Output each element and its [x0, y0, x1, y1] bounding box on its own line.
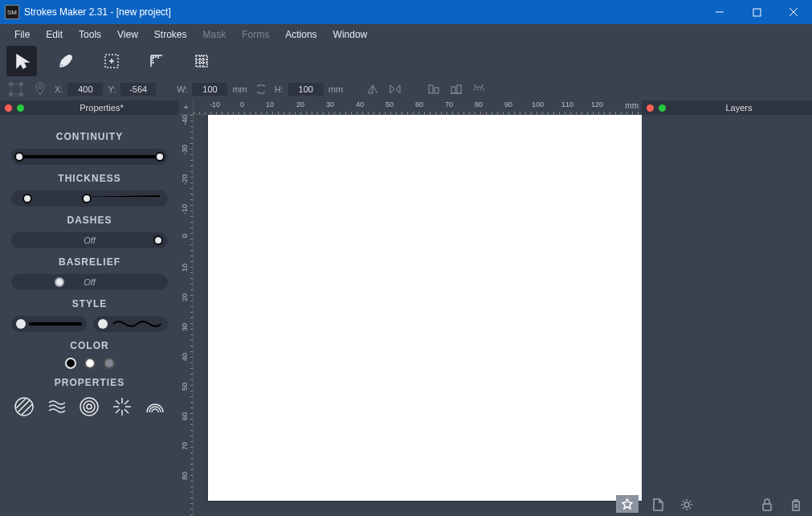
- maximize-button[interactable]: [738, 0, 775, 24]
- h-unit: mm: [328, 84, 343, 94]
- cat-icon[interactable]: [470, 80, 488, 98]
- pattern-hatch-icon[interactable]: [12, 395, 36, 419]
- svg-line-40: [124, 400, 129, 404]
- tool-pen[interactable]: [51, 46, 82, 76]
- svg-rect-19: [429, 85, 433, 93]
- tool-bounds[interactable]: [96, 46, 127, 76]
- ruler-corner[interactable]: +: [179, 100, 194, 115]
- layers-close-dot[interactable]: [647, 104, 654, 112]
- tool-pointer[interactable]: [6, 46, 37, 76]
- basrelief-label: BASRELIEF: [11, 256, 168, 268]
- pattern-arc-icon[interactable]: [143, 395, 167, 419]
- svg-rect-21: [451, 87, 455, 93]
- trash-icon[interactable]: [788, 497, 804, 513]
- basrelief-toggle[interactable]: Off: [11, 274, 168, 290]
- svg-rect-1: [753, 9, 761, 16]
- w-unit: mm: [232, 84, 247, 94]
- vertical-ruler[interactable]: -40 -30 -20 -10 0 10 20 30 40 50 60 70 8…: [179, 115, 194, 516]
- menu-strokes[interactable]: Strokes: [146, 27, 195, 43]
- x-field[interactable]: 400: [67, 83, 103, 96]
- svg-rect-16: [10, 93, 12, 96]
- panel-minmax-dot[interactable]: [17, 104, 24, 112]
- page[interactable]: [208, 115, 642, 501]
- style-line[interactable]: [11, 316, 87, 332]
- svg-rect-8: [196, 55, 207, 67]
- color-gray[interactable]: [104, 358, 115, 369]
- dashes-toggle[interactable]: Off: [11, 232, 168, 248]
- pattern-spiral-icon[interactable]: [77, 395, 101, 419]
- menu-tools[interactable]: Tools: [71, 27, 109, 43]
- horizontal-ruler[interactable]: + -10 0 10 20 30 40 50 60 70 80 90 100 1…: [179, 100, 642, 115]
- color-white[interactable]: [84, 358, 96, 369]
- align-icon-2[interactable]: [447, 80, 465, 98]
- svg-rect-17: [20, 93, 22, 96]
- menu-actions[interactable]: Actions: [277, 27, 324, 43]
- layers-panel-title: Layers: [671, 103, 807, 113]
- svg-line-39: [116, 409, 120, 413]
- continuity-label: CONTINUITY: [11, 131, 168, 142]
- tool-measure[interactable]: [141, 46, 172, 76]
- svg-point-25: [480, 89, 481, 90]
- properties-panel: Properties* CONTINUITY THICKNESS DASHES …: [0, 100, 179, 516]
- svg-point-41: [684, 502, 689, 507]
- window-title: Strokes Maker 2.31 - [new project]: [24, 6, 171, 18]
- h-field[interactable]: 100: [288, 83, 324, 96]
- menu-forms: Forms: [234, 27, 277, 43]
- lock-icon[interactable]: [759, 497, 775, 513]
- menubar: File Edit Tools View Strokes Mask Forms …: [0, 24, 812, 44]
- transform-icon[interactable]: [6, 80, 26, 99]
- menu-mask: Mask: [195, 27, 235, 43]
- properties-label: PROPERTIES: [11, 377, 168, 388]
- svg-rect-20: [435, 88, 439, 93]
- svg-rect-14: [10, 83, 12, 85]
- link-wh-icon[interactable]: [252, 80, 270, 98]
- panel-close-dot[interactable]: [5, 104, 12, 112]
- pattern-wave-icon[interactable]: [45, 395, 69, 419]
- canvas[interactable]: [194, 115, 642, 516]
- close-button[interactable]: [775, 0, 812, 24]
- layers-minmax-dot[interactable]: [659, 104, 666, 112]
- style-label: STYLE: [11, 298, 168, 309]
- dashes-label: DASHES: [11, 215, 168, 226]
- layers-list[interactable]: [642, 115, 812, 493]
- color-black[interactable]: [65, 358, 76, 369]
- minimize-button[interactable]: [701, 0, 738, 24]
- svg-line-38: [124, 409, 129, 413]
- svg-line-37: [116, 400, 120, 404]
- menu-file[interactable]: File: [6, 27, 38, 43]
- menu-window[interactable]: Window: [325, 27, 376, 43]
- pattern-burst-icon[interactable]: [110, 395, 134, 419]
- menu-edit[interactable]: Edit: [38, 27, 71, 43]
- svg-line-27: [18, 400, 30, 412]
- app-icon: SM: [5, 5, 19, 19]
- y-field[interactable]: -564: [120, 83, 156, 96]
- favorite-button[interactable]: [616, 495, 639, 513]
- w-field[interactable]: 100: [192, 83, 227, 96]
- svg-rect-13: [11, 84, 21, 94]
- pin-icon[interactable]: [31, 80, 50, 99]
- continuity-slider[interactable]: [11, 149, 168, 165]
- color-label: COLOR: [11, 340, 168, 351]
- menu-view[interactable]: View: [109, 27, 146, 43]
- thickness-label: THICKNESS: [11, 173, 168, 184]
- coordbar: X: 400 Y: -564 W: 100 mm H: 100 mm: [0, 78, 812, 100]
- align-icon-1[interactable]: [425, 80, 443, 98]
- style-wave[interactable]: [93, 316, 169, 332]
- gear-icon[interactable]: [679, 497, 695, 513]
- svg-rect-22: [457, 85, 461, 93]
- x-label: X:: [55, 84, 63, 94]
- tool-grid[interactable]: [186, 46, 217, 76]
- flip-h-icon[interactable]: [364, 80, 382, 98]
- flip-v-icon[interactable]: [386, 80, 404, 98]
- properties-panel-title: Properties*: [29, 103, 174, 113]
- svg-point-24: [477, 89, 478, 90]
- svg-point-32: [87, 404, 92, 409]
- new-layer-icon[interactable]: [650, 497, 666, 513]
- h-label: H:: [275, 84, 284, 94]
- w-label: W:: [177, 84, 187, 94]
- canvas-area: + -10 0 10 20 30 40 50 60 70 80 90 100 1…: [179, 100, 642, 516]
- svg-rect-15: [20, 83, 22, 85]
- y-label: Y:: [108, 84, 116, 94]
- thickness-slider[interactable]: [11, 190, 168, 207]
- svg-point-31: [84, 401, 95, 412]
